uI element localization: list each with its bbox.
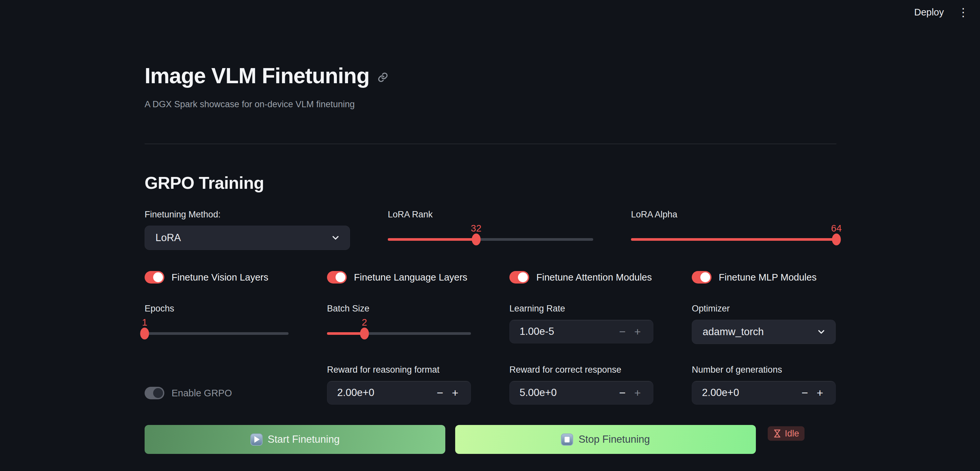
divider [145, 144, 836, 144]
batch-size-thumb[interactable] [360, 327, 369, 339]
batch-size-track[interactable] [327, 327, 471, 339]
toggle-label: Finetune Vision Layers [172, 272, 268, 283]
epochs-label: Epochs [145, 303, 288, 314]
num-generations-label: Number of generations [692, 364, 836, 375]
optimizer-label: Optimizer [692, 303, 836, 314]
optimizer-value: adamw_torch [703, 326, 816, 338]
status-badge: Idle [768, 426, 805, 441]
reward-correct-label: Reward for correct response [509, 364, 653, 375]
stop-icon [561, 434, 573, 445]
row-training-params: Epochs 1 Batch Size 2 Learning Rate [145, 303, 836, 344]
toggle-label: Finetune MLP Modules [719, 272, 817, 283]
lora-rank-slider: LoRA Rank 32 [388, 209, 593, 250]
learning-rate-value[interactable]: 1.00e-5 [520, 326, 615, 337]
plus-button[interactable]: + [812, 386, 827, 399]
top-bar: Deploy ⋮ [0, 0, 980, 24]
toggle-knob [153, 388, 163, 398]
lora-rank-value: 32 [471, 223, 482, 234]
finetuning-method-label: Finetuning Method: [145, 209, 350, 220]
batch-size-label: Batch Size [327, 303, 471, 314]
toggle-knob [518, 272, 528, 282]
minus-button[interactable]: − [433, 386, 448, 399]
reward-reasoning-input[interactable]: 2.00e+0 − + [327, 381, 471, 405]
finetuning-method-field: Finetuning Method: LoRA [145, 209, 350, 250]
lora-alpha-value: 64 [831, 223, 842, 234]
toggle-label: Finetune Attention Modules [536, 272, 652, 283]
plus-button[interactable]: + [448, 386, 463, 399]
reward-reasoning-label: Reward for reasoning format [327, 364, 471, 375]
chevron-down-icon [331, 233, 340, 243]
lora-alpha-label: LoRA Alpha [631, 209, 836, 220]
plus-button[interactable]: + [630, 386, 645, 399]
reward-reasoning-value[interactable]: 2.00e+0 [337, 387, 433, 399]
toggle-track[interactable] [509, 271, 529, 284]
start-finetuning-button[interactable]: Start Finetuning [145, 425, 445, 454]
minus-button[interactable]: − [615, 325, 630, 338]
start-finetuning-label: Start Finetuning [268, 434, 340, 445]
status-label: Idle [785, 429, 799, 439]
row-method-lora: Finetuning Method: LoRA LoRA Rank 32 LoR… [145, 209, 836, 250]
lora-rank-track[interactable] [388, 233, 593, 245]
reward-reasoning-field: Reward for reasoning format 2.00e+0 − + [327, 364, 471, 405]
lora-alpha-thumb[interactable] [832, 233, 841, 245]
epochs-thumb[interactable] [140, 327, 149, 339]
toggle-track[interactable] [145, 387, 164, 399]
optimizer-field: Optimizer adamw_torch [692, 303, 836, 344]
reward-correct-input[interactable]: 5.00e+0 − + [509, 381, 653, 405]
reward-correct-field: Reward for correct response 5.00e+0 − + [509, 364, 653, 405]
actions-row: Start Finetuning Stop Finetuning Idle [145, 425, 836, 454]
toggle-knob [700, 272, 710, 282]
epochs-slider: Epochs 1 [145, 303, 288, 344]
num-generations-input[interactable]: 2.00e+0 − + [692, 381, 836, 405]
hourglass-icon [773, 429, 781, 438]
page-title: Image VLM Finetuning [145, 63, 836, 88]
lora-alpha-slider: LoRA Alpha 64 [631, 209, 836, 250]
toggle-finetune-mlp-modules[interactable]: Finetune MLP Modules [692, 271, 836, 284]
finetuning-method-select[interactable]: LoRA [145, 226, 350, 250]
epochs-track[interactable] [145, 327, 288, 339]
toggle-finetune-attention-modules[interactable]: Finetune Attention Modules [509, 271, 653, 284]
toggle-label: Finetune Language Layers [354, 272, 467, 283]
kebab-menu-icon[interactable]: ⋮ [958, 6, 969, 18]
learning-rate-input[interactable]: 1.00e-5 − + [509, 320, 653, 343]
minus-button[interactable]: − [797, 386, 812, 399]
epochs-value: 1 [142, 317, 147, 328]
learning-rate-field: Learning Rate 1.00e-5 − + [509, 303, 653, 344]
toggle-label: Enable GRPO [172, 388, 232, 399]
section-title: GRPO Training [145, 173, 836, 193]
num-generations-field: Number of generations 2.00e+0 − + [692, 364, 836, 405]
row-toggles: Finetune Vision Layers Finetune Language… [145, 271, 836, 284]
toggle-knob [336, 272, 345, 282]
lora-alpha-track[interactable] [631, 233, 836, 245]
row-grpo-params: Enable GRPO Reward for reasoning format … [145, 364, 836, 405]
reward-correct-value[interactable]: 5.00e+0 [520, 387, 615, 399]
toggle-track[interactable] [145, 271, 164, 284]
lora-rank-thumb[interactable] [472, 233, 480, 245]
lora-rank-label: LoRA Rank [388, 209, 593, 220]
toggle-finetune-vision-layers[interactable]: Finetune Vision Layers [145, 271, 288, 284]
minus-button[interactable]: − [615, 386, 630, 399]
chevron-down-icon [816, 327, 826, 337]
stop-finetuning-label: Stop Finetuning [578, 434, 650, 445]
toggle-knob [153, 272, 163, 282]
page-title-text: Image VLM Finetuning [145, 63, 369, 88]
batch-size-value: 2 [362, 317, 367, 328]
batch-size-slider: Batch Size 2 [327, 303, 471, 344]
optimizer-select[interactable]: adamw_torch [692, 320, 836, 344]
deploy-button[interactable]: Deploy [914, 7, 944, 18]
num-generations-value[interactable]: 2.00e+0 [702, 387, 797, 399]
learning-rate-label: Learning Rate [509, 303, 653, 314]
link-icon[interactable] [377, 72, 388, 83]
play-icon [250, 434, 262, 445]
finetuning-method-value: LoRA [156, 232, 331, 244]
page-subtitle: A DGX Spark showcase for on-device VLM f… [145, 99, 836, 110]
toggle-finetune-language-layers[interactable]: Finetune Language Layers [327, 271, 471, 284]
plus-button[interactable]: + [630, 325, 645, 338]
stop-finetuning-button[interactable]: Stop Finetuning [455, 425, 756, 454]
toggle-track[interactable] [327, 271, 347, 284]
toggle-enable-grpo[interactable]: Enable GRPO [145, 381, 288, 405]
toggle-track[interactable] [692, 271, 711, 284]
